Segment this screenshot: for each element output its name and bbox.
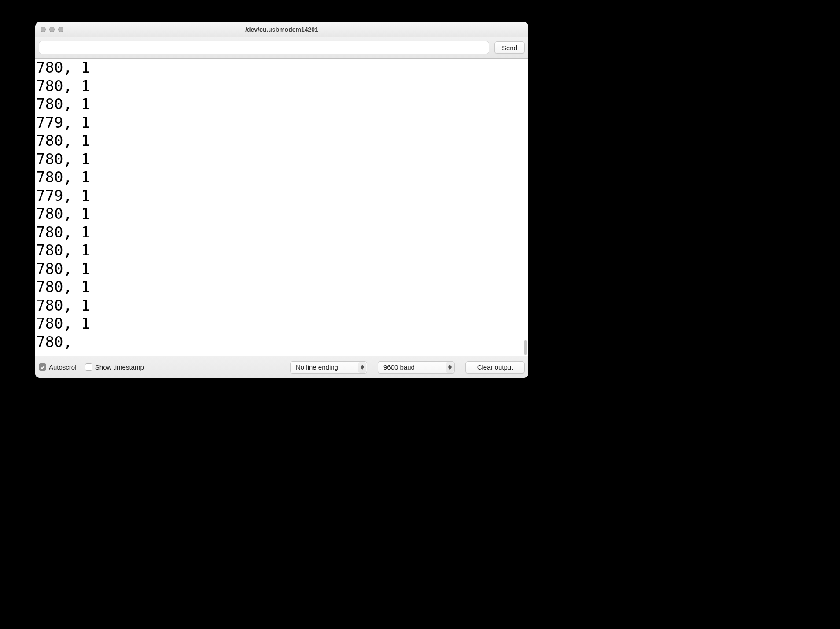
serial-monitor-window: /dev/cu.usbmodem14201 Send 780, 1 780, 1… [35, 22, 528, 378]
select-stepper-icon [358, 362, 366, 373]
window-controls [41, 27, 63, 32]
baud-rate-select[interactable]: 9600 baud [378, 361, 455, 374]
line-ending-value: No line ending [296, 363, 338, 371]
timestamp-checkbox[interactable]: Show timestamp [85, 363, 144, 371]
scrollbar-thumb[interactable] [524, 340, 527, 355]
timestamp-label: Show timestamp [95, 363, 144, 371]
bottom-bar: Autoscroll Show timestamp No line ending… [35, 356, 528, 378]
send-button[interactable]: Send [494, 41, 525, 54]
serial-output[interactable]: 780, 1 780, 1 780, 1 779, 1 780, 1 780, … [35, 59, 528, 356]
minimize-window-icon[interactable] [49, 27, 55, 32]
clear-output-button[interactable]: Clear output [465, 361, 525, 374]
serial-input[interactable] [39, 41, 489, 54]
line-ending-select[interactable]: No line ending [290, 361, 367, 374]
send-bar: Send [35, 37, 528, 59]
window-title: /dev/cu.usbmodem14201 [35, 26, 528, 33]
checkbox-unchecked-icon [85, 363, 92, 371]
maximize-window-icon[interactable] [58, 27, 63, 32]
checkbox-checked-icon [39, 363, 46, 371]
close-window-icon[interactable] [41, 27, 46, 32]
baud-rate-value: 9600 baud [383, 363, 415, 371]
autoscroll-label: Autoscroll [49, 363, 78, 371]
titlebar: /dev/cu.usbmodem14201 [35, 22, 528, 37]
serial-output-text: 780, 1 780, 1 780, 1 779, 1 780, 1 780, … [35, 59, 528, 351]
select-stepper-icon [446, 362, 454, 373]
autoscroll-checkbox[interactable]: Autoscroll [39, 363, 78, 371]
